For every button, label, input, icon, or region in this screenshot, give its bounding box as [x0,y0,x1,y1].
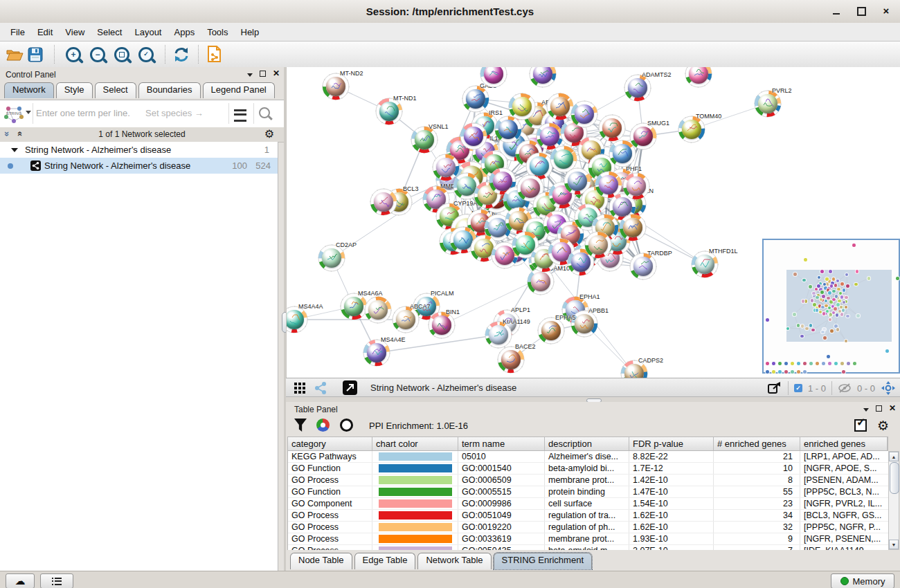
minimize-button[interactable] [831,6,842,17]
menu-file[interactable]: File [4,25,31,39]
column-header--enriched-genes[interactable]: # enriched genes [714,437,800,450]
zoom-fit-button[interactable] [114,42,129,67]
panel-float-icon[interactable] [260,71,266,77]
menu-apps[interactable]: Apps [168,25,201,39]
scroll-down-icon[interactable]: ▼ [889,540,899,549]
tab-string-enrichment[interactable]: STRING Enrichment [494,553,592,569]
table-row[interactable]: GO ProcessGO:0050435beta-amyloid m...2.0… [288,545,889,550]
menu-select[interactable]: Select [91,25,128,39]
ring-chart-icon[interactable] [340,419,353,432]
network-node[interactable] [618,213,647,242]
cloud-tasks-button[interactable]: ☁ [6,573,35,588]
birds-eye-view[interactable] [762,239,900,374]
zoom-selected-button[interactable]: ✓ [138,42,154,67]
tab-network-table[interactable]: Network Table [417,553,491,569]
panel-close-icon[interactable]: ✕ [889,404,896,412]
zoom-out-button[interactable]: − [90,42,105,67]
network-node[interactable] [479,67,508,89]
column-header-term-name[interactable]: term name [458,437,545,450]
menu-edit[interactable]: Edit [31,25,59,39]
panel-float-icon[interactable] [876,405,882,412]
selected-nodes-icon[interactable]: ✓ [794,384,802,392]
tab-boundaries[interactable]: Boundaries [138,82,201,98]
string-logo-icon[interactable]: STRING [2,103,26,124]
table-row[interactable]: GO ProcessGO:0051049regulation of tra...… [288,510,889,522]
panel-close-icon[interactable]: ✕ [273,69,280,77]
tab-legend-panel[interactable]: Legend Panel [203,82,275,98]
zoom-in-button[interactable]: + [66,42,81,67]
tree-expander-icon[interactable] [11,148,18,152]
task-history-button[interactable] [40,573,73,588]
network-row-selected[interactable]: String Network - Alzheimer's disease 100… [0,158,278,174]
column-header-category[interactable]: category [288,437,372,450]
network-node[interactable] [459,122,488,151]
network-node-cadps2[interactable]: CADPS2 [620,359,649,378]
close-button[interactable]: × [881,6,892,17]
table-row[interactable]: GO ProcessGO:0019220regulation of ph...1… [288,522,889,533]
network-node[interactable] [622,172,651,201]
network-collection-row[interactable]: String Network - Alzheimer's disease 1 [0,142,278,158]
select-terms-icon[interactable] [854,419,867,432]
column-header-description[interactable]: description [545,437,629,450]
menu-help[interactable]: Help [235,25,266,39]
scroll-up-icon[interactable]: ▲ [889,452,899,461]
menu-tools[interactable]: Tools [201,25,234,39]
grid-view-icon[interactable] [294,383,297,385]
network-node-cd2ap[interactable]: CD2AP [317,244,346,273]
scrollbar-thumb[interactable] [890,462,899,494]
memory-button[interactable]: Memory [831,573,894,588]
network-node-ms4a4e[interactable]: MS4A4E [362,338,391,367]
pan-navigate-icon[interactable] [881,380,896,396]
column-header-chart-color[interactable]: chart color [372,437,458,450]
menu-view[interactable]: View [59,25,91,39]
panel-minimize-icon[interactable] [863,408,869,412]
horizontal-splitter[interactable] [286,397,900,402]
network-node-mt-nd1[interactable]: MT-ND1 [375,97,404,126]
string-db-caret-icon[interactable] [26,111,31,114]
hidden-items-icon[interactable] [838,383,852,394]
network-node-abca7[interactable]: ABCA7 [391,305,420,334]
panel-minimize-icon[interactable] [247,73,253,77]
maximize-button[interactable] [856,6,867,17]
network-node-mthfd1l[interactable]: MTHFD1L [690,250,719,279]
network-node-bin1[interactable]: BIN1 [427,311,456,340]
column-header-enriched-genes[interactable]: enriched genes [800,437,888,450]
string-search-icon[interactable] [259,107,270,118]
network-view-canvas[interactable]: MT-ND2MT-ND1VSNL1GAB2IRS1IL1BCHATABCA1BC… [286,67,900,378]
open-session-button[interactable] [6,42,24,67]
network-node[interactable] [570,100,599,129]
column-header-FDR-p-value[interactable]: FDR p-value [629,437,714,450]
tab-network[interactable]: Network [4,82,54,98]
network-node[interactable] [507,92,537,121]
table-scrollbar[interactable]: ▲ ▼ [888,451,899,550]
tab-edge-table[interactable]: Edge Table [354,553,416,569]
enrichment-settings-icon[interactable]: ⚙ [877,418,889,434]
string-query-placeholder[interactable]: Enter one term per line. [36,108,130,118]
network-node-epha5[interactable]: EPHA5 [537,316,566,345]
share-network-icon[interactable] [314,381,327,395]
table-row[interactable]: KEGG Pathways05010Alzheimer's dise...8.8… [288,451,889,463]
chart-icon[interactable] [316,419,330,432]
network-node-vsnl1[interactable]: VSNL1 [410,125,439,154]
menu-layout[interactable]: Layout [128,25,168,39]
network-node-gab2[interactable]: GAB2 [461,84,490,113]
network-node[interactable] [528,67,557,89]
filter-icon[interactable] [294,419,307,432]
network-node-tardbp[interactable]: TARDBP [629,252,658,281]
refresh-button[interactable] [173,42,190,67]
network-node-mt-nd2[interactable]: MT-ND2 [321,72,350,101]
table-row[interactable]: GO ProcessGO:0006509membrane prot...1.42… [288,475,889,486]
network-node[interactable] [369,187,398,217]
network-node[interactable] [597,113,627,143]
tab-select[interactable]: Select [95,82,136,98]
table-row[interactable]: GO FunctionGO:0005515protein binding1.47… [288,486,889,498]
save-session-button[interactable] [28,42,43,67]
network-node-bace2[interactable]: BACE2 [496,345,525,374]
network-node-adamts2[interactable]: ADAMTS2 [623,73,652,102]
table-row[interactable]: GO ComponentGO:0009986cell surface1.54E-… [288,498,889,510]
table-row[interactable]: GO ProcessGO:0033619membrane prot...1.93… [288,533,889,545]
network-node[interactable] [584,230,613,259]
network-node-tomm40[interactable]: TOMM40 [677,115,706,144]
network-list-gear-icon[interactable]: ⚙ [264,129,274,140]
network-node[interactable] [608,139,637,168]
